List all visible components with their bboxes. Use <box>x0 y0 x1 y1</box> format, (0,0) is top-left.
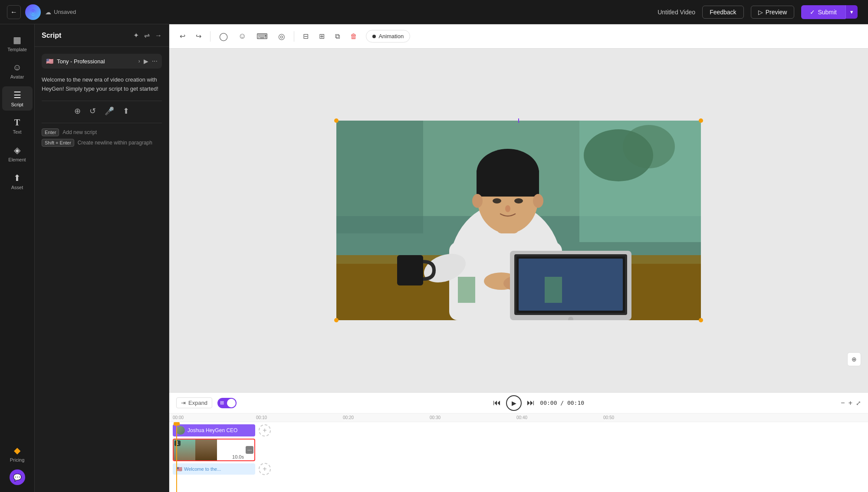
upload-audio-button[interactable]: ⬆ <box>123 106 129 116</box>
text-track-label: Welcome to the... <box>184 466 221 472</box>
logo-text: ◎ <box>30 7 36 17</box>
expand-panel-button[interactable]: → <box>155 31 162 39</box>
sidebar-item-template[interactable]: ▦ Template <box>2 31 33 56</box>
canvas-handle-top[interactable] <box>518 118 519 123</box>
submit-dropdown-button[interactable]: ▾ <box>845 5 858 19</box>
scene-clip[interactable]: Joshua HeyGen CEO <box>173 424 255 436</box>
scene-label: Joshua HeyGen CEO <box>187 427 237 433</box>
avatar-label: Avatar <box>10 74 24 79</box>
svg-rect-28 <box>519 259 623 311</box>
ruler-mark-4: 00:40 <box>516 415 527 420</box>
zoom-in-button[interactable]: + <box>848 399 852 407</box>
submit-label: Submit <box>818 9 837 16</box>
canvas-container: ↩ ↪ ◯ ☺ ⌨ ◎ ⊟ ⊞ ⧉ 🗑 Animation <box>169 24 868 392</box>
toolbar-divider-1 <box>210 31 210 42</box>
sidebar-item-script[interactable]: ☰ Script <box>2 86 33 111</box>
canvas-handle-bl[interactable] <box>334 318 339 322</box>
avatar-toolbar-button[interactable]: ◯ <box>216 29 231 44</box>
skip-forward-button[interactable]: ⏭ <box>527 398 535 407</box>
ai-script-button[interactable]: ✦ <box>133 31 139 39</box>
text-toolbar-button[interactable]: ⌨ <box>253 29 271 44</box>
redo-button[interactable]: ↪ <box>192 30 205 43</box>
camera-button[interactable]: ◎ <box>275 29 289 44</box>
template-icon: ▦ <box>13 35 21 45</box>
canvas-handle-tr[interactable] <box>699 118 703 123</box>
scene-track-row: Joshua HeyGen CEO + <box>173 424 865 437</box>
add-script-button[interactable]: ⊕ <box>74 106 81 116</box>
undo-button[interactable]: ↩ <box>176 30 189 43</box>
sidebar-item-text[interactable]: T Text <box>2 114 33 138</box>
playhead <box>176 422 177 492</box>
skip-back-button[interactable]: ⏮ <box>493 398 501 407</box>
sidebar-item-asset[interactable]: ⬆ Asset <box>2 169 33 194</box>
svg-point-24 <box>505 205 510 212</box>
fullscreen-button[interactable]: ⤢ <box>856 400 861 407</box>
microphone-button[interactable]: 🎤 <box>105 106 114 116</box>
add-scene-button[interactable]: + <box>259 424 271 436</box>
video-canvas[interactable] <box>336 121 701 320</box>
duplicate-button[interactable]: ⧉ <box>332 30 343 43</box>
topbar-center: Untitled Video Feedback ▷ Preview ✓ Subm… <box>81 5 861 19</box>
animation-button[interactable]: Animation <box>366 30 410 43</box>
playhead-head <box>174 422 180 426</box>
video-title: Untitled Video <box>658 9 695 16</box>
back-button[interactable]: ← <box>7 5 21 19</box>
element-label: Element <box>8 157 26 162</box>
avatar-clip[interactable]: 1 10.0s ··· <box>173 439 255 461</box>
voice-flag: 🇺🇸 <box>46 58 53 65</box>
script-divider <box>42 101 162 101</box>
timeline-tracks: Joshua HeyGen CEO + 1 10.0s ··· <box>169 422 868 492</box>
history-button[interactable]: ↺ <box>89 106 96 116</box>
preview-button[interactable]: ▷ Preview <box>751 6 795 19</box>
pricing-diamond-icon: ◆ <box>14 445 20 456</box>
unsaved-status: ☁ Unsaved <box>45 9 76 16</box>
align-button[interactable]: ⊟ <box>299 30 312 43</box>
voice-name: Tony - Professional <box>57 58 135 65</box>
shift-enter-hint-text: Create newline within paragraph <box>78 140 152 146</box>
canvas-handle-tl[interactable] <box>334 118 339 123</box>
expand-button[interactable]: ⇥ Expand <box>176 397 212 408</box>
delete-button[interactable]: 🗑 <box>347 30 361 43</box>
sidebar-item-avatar[interactable]: ☺ Avatar <box>2 59 33 83</box>
canvas-handle-br[interactable] <box>699 318 703 322</box>
submit-arrow-icon: ▾ <box>850 9 853 15</box>
template-label: Template <box>7 47 27 52</box>
voice-more-button[interactable]: ··· <box>152 57 158 65</box>
translate-button[interactable]: ⇌ <box>144 31 150 39</box>
voice-play-button[interactable]: ▶ <box>144 58 148 65</box>
sidebar-item-pricing[interactable]: ◆ Pricing <box>2 442 33 466</box>
timeline-body: 00:00 00:10 00:20 00:30 00:40 00:50 <box>169 413 868 492</box>
sticker-button[interactable]: ☺ <box>235 29 250 43</box>
avatar-track-row: 1 10.0s ··· <box>173 438 865 462</box>
svg-rect-31 <box>458 277 475 303</box>
script-text-content[interactable]: Welcome to the new era of video creation… <box>42 75 162 94</box>
copy-icon: ⊞ <box>220 400 224 406</box>
ruler-mark-1: 00:10 <box>256 415 267 420</box>
script-label: Script <box>11 102 23 107</box>
submit-button[interactable]: ✓ Submit <box>801 5 845 19</box>
add-text-button[interactable]: + <box>259 463 271 475</box>
voice-chevron-icon: › <box>138 58 140 64</box>
canvas-area: ⊕ <box>169 49 868 392</box>
voice-selector[interactable]: 🇺🇸 Tony - Professional › ▶ ··· <box>42 54 162 69</box>
zoom-out-button[interactable]: − <box>841 399 845 407</box>
track-more-button[interactable]: ··· <box>246 446 253 454</box>
sidebar-item-element[interactable]: ◈ Element <box>2 141 33 166</box>
asset-icon: ⬆ <box>13 173 21 183</box>
play-pause-button[interactable]: ▶ <box>506 395 522 411</box>
person-svg <box>336 121 701 320</box>
timeline-controls: ⇥ Expand ⊞ ⏮ ▶ ⏭ 00:00 / 00:10 <box>169 393 868 413</box>
zoom-to-fit-button[interactable]: ⊕ <box>847 352 861 366</box>
track-toggle[interactable]: ⊞ <box>217 398 237 408</box>
feedback-button[interactable]: Feedback <box>702 6 743 19</box>
zoom-icon: ⊕ <box>852 356 857 363</box>
layers-button[interactable]: ⊞ <box>316 30 328 43</box>
text-icon: T <box>14 118 20 128</box>
preview-icon: ▷ <box>758 9 763 16</box>
svg-rect-17 <box>477 171 539 197</box>
text-clip[interactable]: 🇺🇸 Welcome to the... <box>173 463 255 475</box>
sidebar: ▦ Template ☺ Avatar ☰ Script T Text ◈ El… <box>0 24 35 492</box>
chat-support-button[interactable]: 💬 <box>10 469 25 485</box>
time-display: 00:00 / 00:10 <box>540 400 584 406</box>
canvas-wrapper <box>336 121 701 320</box>
